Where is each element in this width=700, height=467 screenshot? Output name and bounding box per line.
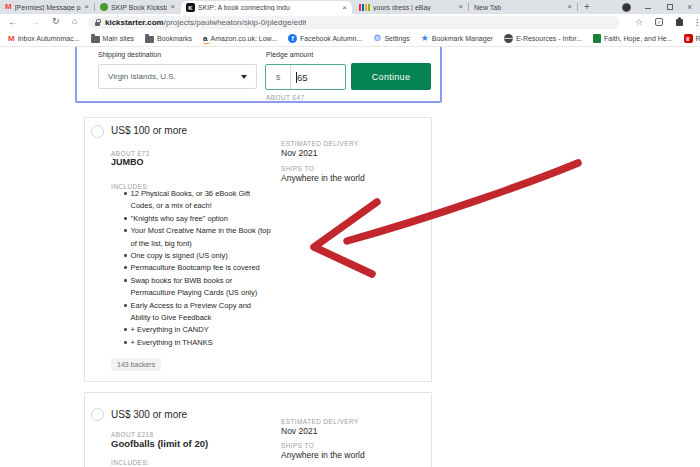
folder-icon [91, 36, 100, 43]
list-item: One copy is signed (US only) [124, 251, 228, 260]
menu-kebab-icon[interactable]: ⋮ [693, 18, 700, 27]
shipping-destination-value: Virgin Islands, U.S. [108, 72, 176, 81]
bullet-icon [124, 192, 127, 195]
browser-toolbar: ← → ↻ ⌂ kickstarter.com/projects/paulwhe… [0, 14, 700, 31]
bookmarks-bar: MInbox Autumnmac... Main sites Bookmarks… [0, 31, 700, 47]
bookmark-label: E-Resources - Infor... [516, 35, 582, 42]
gear-icon: ⚙ [373, 34, 381, 43]
shipping-destination-select[interactable]: Virgin Islands, U.S. [98, 64, 257, 89]
gmail-icon: M [8, 35, 15, 43]
bookmark-star-icon[interactable]: ☆ [635, 17, 643, 27]
currency-symbol: $ [266, 65, 291, 89]
tab-title: SKIP Book Kickstarter (April 2 [111, 4, 167, 11]
includes-label: INCLUDES: [111, 459, 149, 466]
bookmark-faith-hope[interactable]: Faith, Hope, and He... [593, 34, 672, 43]
ebay-favicon-icon [359, 3, 370, 11]
tab-title: New Tab [474, 4, 564, 11]
conversion-note: ABOUT £47 [266, 94, 305, 101]
tab-ebay[interactable]: yours dress | eBay × [354, 0, 468, 14]
bookmark-inbox[interactable]: MInbox Autumnmac... [8, 35, 80, 43]
address-bar[interactable]: kickstarter.com/projects/paulwheaton/ski… [88, 16, 620, 29]
profile-avatar[interactable] [622, 3, 631, 12]
bookmark-label: Settings [384, 35, 409, 42]
tab-close-icon[interactable]: × [567, 3, 572, 11]
tier-name: Goofballs (limit of 20) [111, 438, 208, 449]
extensions-puzzle-icon[interactable] [676, 19, 683, 26]
bookmark-royal-mail[interactable]: ♛Royal Mail [684, 34, 700, 43]
tab-separator [577, 3, 578, 11]
kickstarter-favicon-icon: K [186, 3, 195, 12]
list-item: Early Access to a Preview Copy and [124, 301, 251, 310]
pledge-tier-goofballs-card: US$ 300 or more ABOUT £218 Goofballs (li… [84, 392, 432, 467]
tab-close-icon[interactable]: × [458, 3, 463, 11]
restore-window-button[interactable] [667, 4, 673, 10]
bullet-icon [124, 279, 127, 282]
bookmark-facebook[interactable]: fFacebook Autumn... [288, 34, 362, 43]
folder-icon [145, 36, 154, 43]
bookmark-label: Royal Mail [696, 35, 700, 42]
star-icon: ★ [421, 34, 429, 43]
continue-button[interactable]: Continue [351, 63, 431, 90]
bookmark-label: Facebook Autumn... [300, 35, 362, 42]
tab-title: SKIP: A book connecting indu [198, 4, 339, 11]
list-item: Permaculture Bootcamp fee is covered [124, 263, 260, 272]
tier-name: JUMBO [111, 157, 144, 167]
url-text: kickstarter.com/projects/paulwheaton/ski… [105, 18, 306, 27]
bookmark-label: Bookmarks [157, 35, 192, 42]
minimize-button[interactable] [645, 8, 651, 9]
tab-permies-message[interactable]: M [Permies] Message posted: SK × [0, 0, 94, 14]
tab-title: yours dress | eBay [373, 4, 455, 11]
new-tab-button[interactable]: + [584, 1, 590, 12]
kickstarter-pledge-page: Shipping destination Virgin Islands, U.S… [0, 47, 700, 467]
bookmark-amazon[interactable]: aAmazon.co.uk: Low... [203, 35, 277, 43]
bullet-icon [124, 254, 127, 257]
ships-to-label: SHIPS TO [281, 165, 314, 172]
bookmark-bookmarks-folder[interactable]: Bookmarks [145, 35, 192, 43]
tab-strip: M [Permies] Message posted: SK × SKIP Bo… [0, 0, 700, 14]
list-item: + Everything in THANKS [124, 338, 213, 347]
back-icon[interactable]: ← [8, 16, 18, 28]
chevron-down-icon [241, 75, 247, 79]
bullet-icon [124, 304, 127, 307]
pledge-tier-jumbo-card: US$ 100 or more ABOUT £73 JUMBO INCLUDES… [84, 117, 432, 382]
pledge-amount-label: Pledge amount [266, 51, 313, 58]
tab-close-icon[interactable]: × [84, 3, 89, 11]
list-item-continuation: Permaculture Playing Cards (US only) [124, 288, 257, 297]
estimated-delivery-value: Nov 2021 [281, 148, 317, 158]
tier-radio-button[interactable] [91, 408, 104, 421]
facebook-icon: f [288, 34, 297, 43]
bookmark-settings[interactable]: ⚙Settings [373, 34, 409, 43]
bullet-icon [124, 217, 127, 220]
ships-to-value: Anywhere in the world [281, 173, 365, 183]
tab-skip-book-kickstarter[interactable]: SKIP Book Kickstarter (April 2 × [95, 0, 180, 14]
pledge-amount-input[interactable]: $ 65 [265, 64, 346, 90]
url-path: /projects/paulwheaton/skip-0/pledge/edit [164, 18, 307, 27]
ships-to-value: Anywhere in the world [281, 450, 365, 460]
estimated-delivery-value: Nov 2021 [281, 426, 317, 436]
tier-price: US$ 100 or more [111, 125, 187, 136]
royal-mail-icon: ♛ [684, 34, 693, 43]
backers-count-badge: 143 backers [111, 358, 161, 371]
bookmark-label: Faith, Hope, and He... [604, 35, 672, 42]
tab-new-tab[interactable]: New Tab × [469, 0, 577, 14]
list-item: 12 Physical Books, or 36 eBook Gift [124, 189, 250, 198]
globe-icon [504, 34, 513, 43]
green-book-icon [593, 34, 601, 43]
pledge-amount-value: 65 [297, 72, 308, 83]
estimated-delivery-label: ESTIMATED DELIVERY [281, 418, 359, 425]
extension-badge-icon[interactable]: ✓ [655, 18, 663, 26]
bookmark-main-sites[interactable]: Main sites [91, 35, 135, 43]
forward-icon[interactable]: → [30, 16, 40, 28]
url-host: kickstarter.com [105, 18, 164, 27]
tab-close-icon[interactable]: × [342, 4, 347, 12]
reload-icon[interactable]: ↻ [52, 16, 60, 27]
gmail-favicon-icon: M [5, 3, 12, 11]
home-icon[interactable]: ⌂ [72, 16, 77, 27]
tab-skip-active[interactable]: K SKIP: A book connecting indu × [181, 1, 352, 14]
bookmark-eresources[interactable]: E-Resources - Infor... [504, 34, 582, 43]
tier-radio-button[interactable] [91, 125, 104, 138]
close-window-button[interactable]: × [687, 2, 692, 12]
bookmark-manager[interactable]: ★Bookmark Manager [421, 34, 493, 43]
permies-favicon-icon [100, 3, 108, 11]
tab-close-icon[interactable]: × [170, 3, 175, 11]
